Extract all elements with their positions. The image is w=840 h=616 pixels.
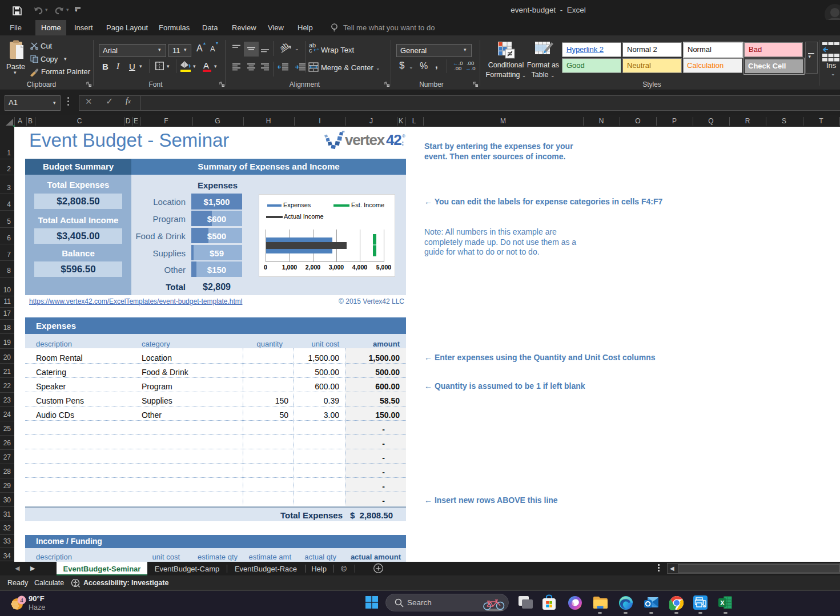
- svg-text:42: 42: [386, 131, 401, 148]
- svg-text:vertex: vertex: [345, 131, 385, 148]
- svg-text:X: X: [720, 599, 725, 606]
- svg-text:4: 4: [20, 597, 23, 603]
- svg-text:®: ®: [402, 134, 405, 139]
